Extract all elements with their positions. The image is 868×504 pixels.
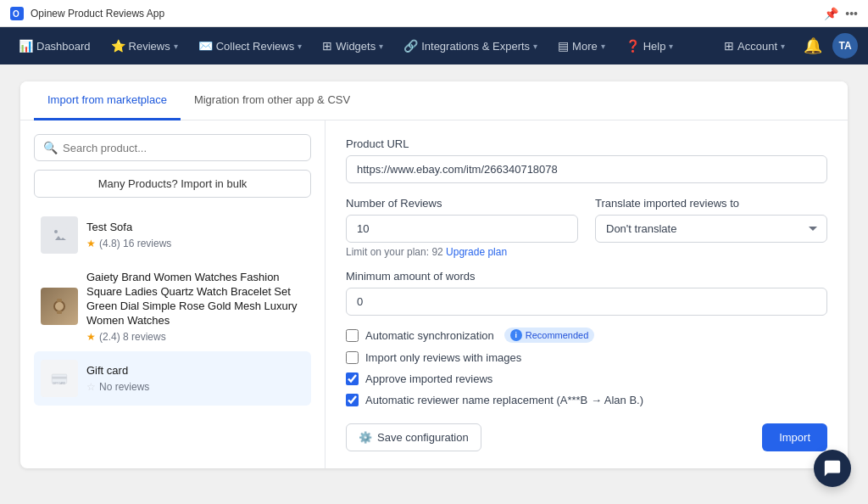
tab-bar: Import from marketplace Migration from o… [20, 81, 848, 120]
chevron-down-icon: ▾ [781, 42, 785, 51]
chat-icon [823, 459, 842, 478]
star-icon: ★ [86, 331, 96, 343]
name-replacement-checkbox[interactable] [346, 394, 359, 406]
nav-dashboard[interactable]: 📊 Dashboard [10, 34, 99, 58]
nav-widgets[interactable]: ⊞ Widgets ▾ [314, 34, 392, 58]
more-icon[interactable]: ••• [845, 7, 858, 20]
svg-rect-7 [52, 374, 66, 384]
list-item[interactable]: Gaiety Brand Women Watches Fashion Squar… [34, 262, 311, 351]
product-thumbnail [41, 216, 78, 254]
nav-collect-reviews[interactable]: ✉️ Collect Reviews ▾ [190, 34, 310, 58]
translate-select[interactable]: Don't translate English French Spanish G… [595, 215, 827, 243]
save-configuration-button[interactable]: ⚙️ Save configuration [346, 423, 481, 451]
svg-rect-4 [57, 299, 62, 302]
integrations-icon: 🔗 [403, 39, 418, 53]
chat-bubble-button[interactable] [814, 450, 851, 487]
app-title: Opinew Product Reviews App [31, 8, 164, 20]
chevron-down-icon: ▾ [379, 42, 383, 51]
user-avatar[interactable]: TA [832, 33, 858, 59]
reviews-icon: ⭐ [111, 39, 125, 53]
nav-reviews[interactable]: ⭐ Reviews ▾ [103, 34, 186, 58]
gear-icon: ⚙️ [359, 431, 372, 444]
product-rating: ☆ No reviews [86, 381, 304, 393]
product-url-label: Product URL [346, 137, 827, 150]
list-item[interactable]: Test Sofa ★ (4.8) 16 reviews [34, 208, 311, 262]
account-icon: ⊞ [724, 39, 734, 53]
product-info: Gaiety Brand Women Watches Fashion Squar… [86, 271, 304, 343]
num-reviews-label: Number of Reviews [346, 197, 578, 210]
list-item[interactable]: GIFT CARD Gift card ☆ No reviews [34, 351, 311, 406]
bottom-actions: ⚙️ Save configuration Import [346, 423, 827, 451]
nav-help[interactable]: ❓ Help ▾ [617, 34, 682, 58]
translate-col: Translate imported reviews to Don't tran… [595, 197, 827, 270]
pin-icon[interactable]: 📌 [824, 7, 838, 20]
rating-value: No reviews [99, 381, 149, 393]
title-bar: O Opinew Product Reviews App 📌 ••• [0, 0, 868, 27]
product-name: Gaiety Brand Women Watches Fashion Squar… [86, 271, 304, 328]
svg-text:O: O [13, 9, 19, 19]
images-only-checkbox[interactable] [346, 351, 359, 364]
translate-label: Translate imported reviews to [595, 197, 827, 210]
main-content: Import from marketplace Migration from o… [0, 64, 868, 504]
chevron-down-icon: ▾ [298, 42, 302, 51]
auto-sync-checkbox[interactable] [346, 329, 359, 342]
nav-account[interactable]: ⊞ Account ▾ [715, 34, 793, 58]
nav-integrations[interactable]: 🔗 Integrations & Experts ▾ [395, 34, 546, 58]
product-thumbnail: GIFT CARD [41, 360, 78, 397]
upgrade-plan-link[interactable]: Upgrade plan [446, 246, 507, 258]
auto-sync-row: Automatic synchronization i Recommended [346, 328, 827, 343]
chevron-down-icon: ▾ [669, 42, 673, 51]
info-icon: i [510, 329, 522, 341]
product-name: Test Sofa [86, 221, 304, 235]
images-only-label: Import only reviews with images [365, 351, 521, 364]
mail-icon: ✉️ [198, 39, 213, 53]
dashboard-icon: 📊 [19, 39, 33, 53]
search-input[interactable] [63, 142, 302, 154]
min-words-input[interactable] [346, 288, 827, 316]
help-icon: ❓ [626, 39, 640, 53]
bulk-import-button[interactable]: Many Products? Import in bulk [34, 170, 311, 198]
approve-reviews-checkbox[interactable] [346, 372, 359, 385]
rating-value: (2.4) 8 reviews [99, 331, 166, 343]
product-info: Gift card ☆ No reviews [86, 364, 304, 393]
product-rating: ★ (4.8) 16 reviews [86, 238, 304, 249]
search-box: 🔍 [34, 134, 311, 161]
plan-limit-text: Limit on your plan: 92 Upgrade plan [346, 246, 578, 258]
right-panel: Product URL Number of Reviews Limit on y… [326, 120, 848, 468]
recommended-badge: i Recommended [504, 328, 595, 343]
gift-card-icon: GIFT CARD [49, 368, 70, 389]
navbar: 📊 Dashboard ⭐ Reviews ▾ ✉️ Collect Revie… [0, 27, 868, 64]
widgets-icon: ⊞ [322, 39, 332, 53]
star-empty-icon: ☆ [86, 381, 96, 393]
notification-bell-icon[interactable]: 🔔 [797, 36, 829, 55]
watch-icon [49, 296, 70, 316]
two-col-row: Number of Reviews Limit on your plan: 92… [346, 197, 827, 270]
approve-reviews-row: Approve imported reviews [346, 372, 827, 385]
tab-migration[interactable]: Migration from other app & CSV [181, 81, 364, 120]
svg-rect-5 [57, 311, 62, 314]
product-info: Test Sofa ★ (4.8) 16 reviews [86, 221, 304, 249]
product-rating: ★ (2.4) 8 reviews [86, 331, 304, 343]
main-card: Import from marketplace Migration from o… [20, 81, 848, 468]
image-placeholder-icon [49, 225, 70, 245]
rating-value: (4.8) 16 reviews [99, 238, 171, 249]
title-bar-controls: 📌 ••• [824, 7, 858, 20]
auto-sync-label: Automatic synchronization [365, 329, 494, 342]
images-only-row: Import only reviews with images [346, 351, 827, 364]
approve-reviews-label: Approve imported reviews [365, 372, 492, 385]
tab-import-marketplace[interactable]: Import from marketplace [34, 81, 181, 120]
svg-text:GIFT CARD: GIFT CARD [53, 382, 65, 385]
chevron-down-icon: ▾ [174, 42, 178, 51]
import-button[interactable]: Import [762, 423, 827, 451]
product-name: Gift card [86, 364, 304, 378]
chevron-down-icon: ▾ [601, 42, 605, 51]
app-icon: O [10, 7, 24, 20]
name-replacement-row: Automatic reviewer name replacement (A**… [346, 394, 827, 406]
nav-more[interactable]: ▤ More ▾ [549, 34, 614, 58]
num-reviews-input[interactable] [346, 215, 578, 243]
star-icon: ★ [86, 238, 96, 249]
left-panel: 🔍 Many Products? Import in bulk [20, 120, 326, 468]
product-url-input[interactable] [346, 155, 827, 183]
chevron-down-icon: ▾ [533, 42, 537, 51]
name-replacement-label: Automatic reviewer name replacement (A**… [365, 394, 643, 406]
